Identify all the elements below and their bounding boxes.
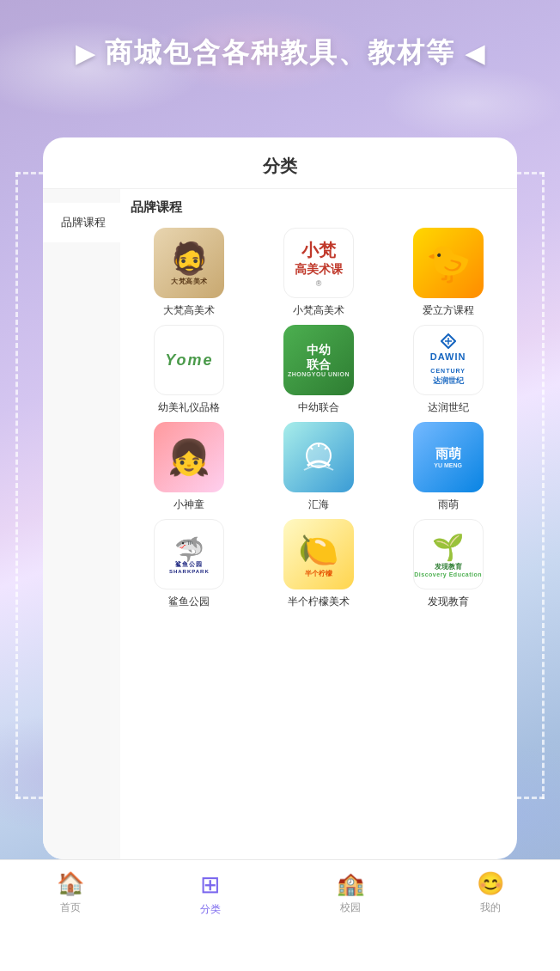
nav-label-campus: 校园 [340,901,361,915]
brand-name-zhongyou: 中幼联合 [298,400,339,415]
brand-logo-zhongyou: 中幼联合 ZHONGYOU UNION [283,325,354,395]
nav-label-category: 分类 [200,902,221,917]
brand-name-banlemon: 半个柠檬美术 [288,595,350,609]
brand-logo-ailifang: 🐤 [413,228,484,298]
brand-item-banlemon[interactable]: 🍋 半个柠檬 半个柠檬美术 [257,519,381,609]
card-title: 分类 [43,137,517,189]
brand-item-xiaoshentong[interactable]: 👧 小神童 [127,422,252,512]
brand-logo-banlemon: 🍋 半个柠檬 [283,519,354,589]
brand-name-huihai: 汇海 [308,498,329,512]
campus-icon: 🏫 [337,870,364,897]
arrow-left-icon: ▶ [76,40,94,68]
brand-name-youmei: 幼美礼仪品格 [158,400,220,415]
brand-name-sharkpark: 鲨鱼公园 [168,595,210,609]
brand-item-discovery[interactable]: 🌱 发现教育 Discovery Education 发现教育 [386,519,510,609]
mine-icon: 😊 [477,870,504,897]
brand-logo-sharkpark: 🦈 鲨鱼公园 SHARKPARK [154,519,224,589]
bottom-navigation: 🏠 首页 ⊞ 分类 🏫 校园 😊 我的 [0,859,560,971]
brand-logo-huihai [283,422,354,492]
brand-item-ailifang[interactable]: 🐤 爱立方课程 [386,228,510,318]
brand-name-yumeng: 雨萌 [438,498,459,512]
brand-item-yumeng[interactable]: 雨萌 YU MENG 雨萌 [386,422,510,512]
nav-item-mine[interactable]: 😊 我的 [456,870,525,915]
dashed-border-right [542,172,545,799]
brand-name-xiaoshentong: 小神童 [173,498,204,512]
nav-item-campus[interactable]: 🏫 校园 [316,870,385,915]
brand-item-xiaofan[interactable]: 小梵 高美术课 ® 小梵高美术 [257,228,381,318]
brand-logo-youmei: Yome [154,325,224,395]
dashed-border-left [15,172,18,799]
brand-logo-xiaofan: 小梵 高美术课 ® [283,228,354,298]
brand-item-huihai[interactable]: 汇海 [257,422,381,512]
content-area[interactable]: 品牌课程 🧔 大梵高美术 大梵高美术 小 [120,189,517,859]
nav-item-home[interactable]: 🏠 首页 [36,870,105,915]
sidebar: 品牌课程 [43,189,120,859]
brand-name-ailifang: 爱立方课程 [423,303,474,318]
sidebar-item-brand-course[interactable]: 品牌课程 [43,203,120,242]
nav-label-home: 首页 [60,901,81,915]
brand-logo-xiaoshentong: 👧 [154,422,224,492]
arrow-right-icon: ◀ [466,40,484,68]
category-icon: ⊞ [200,870,220,899]
home-icon: 🏠 [57,870,84,897]
main-card: 分类 品牌课程 品牌课程 🧔 大梵高美术 大梵高美术 [43,137,517,859]
brand-logo-yumeng: 雨萌 YU MENG [413,422,484,492]
brand-logo-darun: DAWINCENTURY 达润世纪 [413,325,484,395]
nav-item-category[interactable]: ⊞ 分类 [176,870,245,917]
brand-name-discovery: 发现教育 [428,595,469,609]
brand-grid: 🧔 大梵高美术 大梵高美术 小梵 高美术课 ® [127,228,510,609]
header-banner: ▶ 商城包含各种教具、教材等 ◀ [0,34,560,72]
section-title: 品牌课程 [127,199,510,216]
brand-name-darun: 达润世纪 [428,400,469,415]
brand-name-dafan: 大梵高美术 [163,303,215,318]
header-title: 商城包含各种教具、教材等 [105,34,455,72]
nav-label-mine: 我的 [480,901,501,915]
card-body: 品牌课程 品牌课程 🧔 大梵高美术 大梵高美术 [43,189,517,859]
brand-item-sharkpark[interactable]: 🦈 鲨鱼公园 SHARKPARK 鲨鱼公园 [127,519,252,609]
brand-item-youmei[interactable]: Yome 幼美礼仪品格 [127,325,252,415]
brand-item-dafan[interactable]: 🧔 大梵高美术 大梵高美术 [127,228,252,318]
brand-item-darun[interactable]: DAWINCENTURY 达润世纪 达润世纪 [386,325,510,415]
brand-logo-discovery: 🌱 发现教育 Discovery Education [413,519,484,589]
brand-item-zhongyou[interactable]: 中幼联合 ZHONGYOU UNION 中幼联合 [257,325,381,415]
brand-logo-dafan: 🧔 大梵高美术 [154,228,224,298]
brand-name-xiaofan: 小梵高美术 [293,303,344,318]
